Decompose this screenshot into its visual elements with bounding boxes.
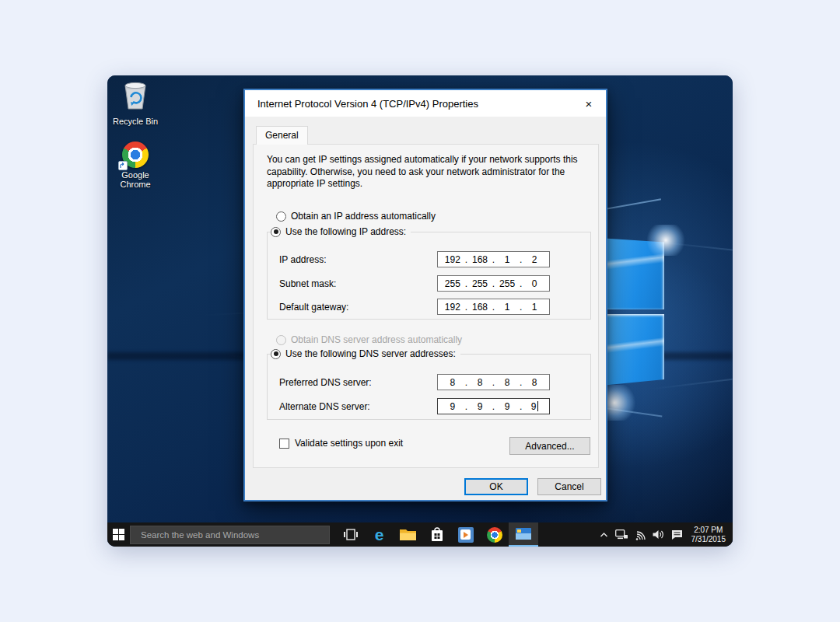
network-window-icon	[515, 527, 532, 540]
action-center-icon	[671, 529, 683, 540]
desktop-icon-label: Recycle Bin	[110, 117, 160, 126]
taskbar: e	[107, 522, 733, 547]
tab-general[interactable]: General	[256, 126, 308, 145]
taskbar-search[interactable]	[130, 526, 330, 544]
volume-control[interactable]	[653, 529, 664, 540]
radio-selected-icon	[271, 227, 281, 237]
radio-label: Obtain DNS server address automatically	[291, 334, 462, 345]
field-row: Subnet mask: 255. 255. 255. 0	[279, 275, 550, 292]
dialog-titlebar[interactable]: Internet Protocol Version 4 (TCP/IPv4) P…	[245, 90, 606, 117]
ipv4-properties-dialog: Internet Protocol Version 4 (TCP/IPv4) P…	[243, 89, 607, 501]
edge-button[interactable]: e	[365, 522, 394, 547]
radio-obtain-ip[interactable]: Obtain an IP address automatically	[276, 211, 436, 222]
checkbox-icon	[279, 439, 289, 449]
ip-octet: 255	[440, 278, 465, 289]
ethernet-icon	[615, 529, 628, 540]
chevron-up-icon	[600, 531, 608, 539]
field-row: Preferred DNS server: 8. 8. 8. 8	[279, 374, 550, 390]
ip-octet: 2	[522, 254, 547, 265]
subnet-mask-input[interactable]: 255. 255. 255. 0	[437, 275, 550, 292]
ip-octet: 255	[495, 278, 520, 289]
edge-icon: e	[375, 527, 384, 543]
radio-use-dns[interactable]: Use the following DNS server addresses:	[271, 348, 460, 359]
ip-octet: 8	[495, 377, 520, 388]
checkbox-label: Validate settings upon exit	[295, 438, 403, 449]
ip-octet: 8	[522, 377, 547, 388]
chrome-taskbar-button[interactable]	[480, 522, 509, 547]
radio-use-ip[interactable]: Use the following IP address:	[271, 226, 411, 237]
dns-server-group: Use the following DNS server addresses: …	[267, 354, 591, 420]
radio-obtain-dns[interactable]: Obtain DNS server address automatically	[276, 334, 462, 345]
hidden-icons-chevron[interactable]	[600, 531, 608, 539]
preferred-dns-input[interactable]: 8. 8. 8. 8	[437, 374, 550, 390]
system-tray: 2:07 PM 7/31/2015	[600, 522, 733, 547]
ip-octet: 1	[495, 254, 520, 265]
field-label: Default gateway:	[279, 302, 348, 313]
radio-circle-icon	[276, 211, 286, 222]
ip-octet: 192	[440, 302, 465, 313]
speaker-icon	[653, 529, 664, 540]
ip-octet: 9	[522, 401, 547, 412]
description-text: You can get IP settings assigned automat…	[267, 154, 587, 190]
advanced-button[interactable]: Advanced...	[509, 437, 590, 455]
radio-label: Obtain an IP address automatically	[291, 211, 436, 222]
desktop-icon-label: Google Chrome	[110, 170, 160, 189]
windows-logo-icon	[113, 529, 124, 540]
ip-octet: 9	[495, 401, 520, 412]
close-button[interactable]: ×	[578, 96, 600, 112]
field-row: Alternate DNS server: 9. 9. 9. 9	[279, 398, 550, 414]
chrome-icon	[487, 527, 502, 543]
ip-octet: 9	[467, 401, 492, 412]
ip-octet: 8	[467, 377, 492, 388]
store-icon	[430, 527, 444, 542]
text-caret	[537, 401, 538, 411]
cancel-button[interactable]: Cancel	[537, 478, 601, 495]
field-label: Alternate DNS server:	[279, 401, 370, 412]
file-explorer-button[interactable]	[394, 522, 422, 547]
search-input[interactable]	[131, 530, 329, 540]
field-label: IP address:	[279, 254, 326, 265]
ip-octet: 9	[440, 401, 465, 412]
alternate-dns-input[interactable]: 9. 9. 9. 9	[437, 398, 550, 414]
ip-octet: 0	[522, 278, 547, 289]
wifi-icon	[635, 529, 646, 540]
ip-octet: 192	[440, 254, 465, 265]
store-button[interactable]	[422, 522, 451, 547]
task-view-button[interactable]	[336, 522, 365, 547]
radio-label: Use the following IP address:	[285, 226, 406, 237]
ip-octet: 255	[467, 278, 492, 289]
desktop-icon-google-chrome[interactable]: Google Chrome	[110, 142, 160, 189]
field-row: IP address: 192. 168. 1. 2	[279, 251, 550, 267]
dialog-title: Internet Protocol Version 4 (TCP/IPv4) P…	[257, 98, 478, 110]
ip-address-group: Use the following IP address: IP address…	[267, 232, 591, 320]
ip-octet: 1	[522, 302, 547, 313]
field-label: Preferred DNS server:	[279, 377, 372, 388]
radio-label: Use the following DNS server addresses:	[285, 348, 456, 359]
general-tab-page: You can get IP settings assigned automat…	[253, 144, 599, 468]
shortcut-arrow-icon	[118, 161, 128, 170]
field-row: Default gateway: 192. 168. 1. 1	[279, 299, 550, 315]
radio-disabled-icon	[276, 335, 286, 345]
light-beam	[652, 379, 732, 390]
movies-tv-icon	[458, 527, 474, 543]
field-label: Subnet mask:	[279, 278, 336, 289]
chrome-icon	[122, 142, 149, 168]
start-button[interactable]	[107, 522, 130, 547]
default-gateway-input[interactable]: 192. 168. 1. 1	[437, 299, 550, 315]
desktop-screen: Recycle Bin Google Chrome Internet Proto…	[107, 75, 733, 547]
movies-tv-button[interactable]	[451, 522, 480, 547]
ok-button[interactable]: OK	[464, 478, 528, 495]
action-center-button[interactable]	[671, 529, 683, 540]
validate-settings-checkbox[interactable]: Validate settings upon exit	[279, 438, 403, 449]
ip-address-input[interactable]: 192. 168. 1. 2	[437, 251, 550, 267]
wifi-status[interactable]	[635, 529, 646, 540]
desktop-icon-recycle-bin[interactable]: Recycle Bin	[110, 79, 160, 126]
ip-octet: 1	[495, 302, 520, 313]
clock-date: 7/31/2015	[691, 535, 726, 544]
taskbar-clock[interactable]: 2:07 PM 7/31/2015	[690, 526, 726, 543]
file-explorer-icon	[400, 528, 416, 541]
ethernet-status[interactable]	[615, 529, 628, 540]
network-properties-window-button[interactable]	[509, 522, 538, 547]
close-icon: ×	[586, 97, 593, 110]
logo-corner-glow	[644, 225, 688, 256]
